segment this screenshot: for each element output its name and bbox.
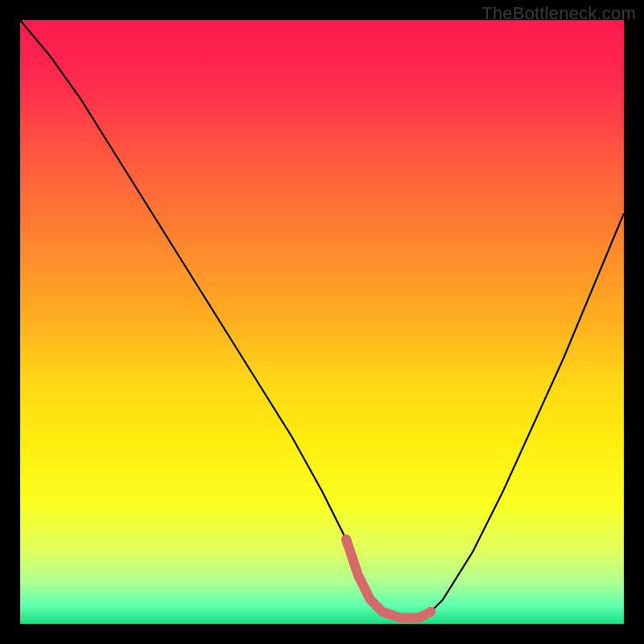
chart-frame: TheBottleneck.com [0,0,644,644]
chart-svg [20,20,624,624]
watermark-text: TheBottleneck.com [481,3,636,24]
bottleneck-curve-line [20,20,624,618]
highlight-dot-end [426,607,436,617]
highlight-segment-line [346,539,431,618]
